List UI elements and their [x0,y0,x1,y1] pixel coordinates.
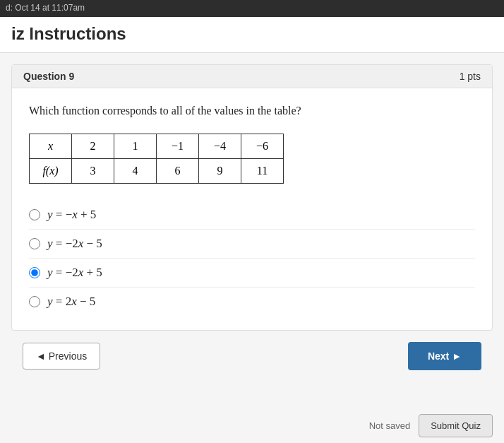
option-label-3: y = −2x + 5 [47,266,102,280]
table-cell-fx2: 4 [114,159,157,184]
question-pts: 1 pts [460,71,481,82]
table-cell-x3: −1 [157,134,199,159]
option-item-1: y = −x + 5 [29,201,475,230]
option-radio-4[interactable] [29,296,40,307]
top-bar: d: Oct 14 at 11:07am [0,0,504,17]
submit-quiz-button[interactable]: Submit Quiz [419,414,493,437]
question-number: Question 9 [23,71,74,82]
main-content: Question 9 1 pts Which function correspo… [0,53,504,382]
option-label-2: y = −2x − 5 [47,237,102,251]
option-item-3: y = −2x + 5 [29,259,475,288]
table-cell-x1: 2 [72,134,114,159]
top-bar-text: d: Oct 14 at 11:07am [6,3,85,13]
table-cell-fx: f(x) [30,159,72,184]
table-container: x 2 1 −1 −4 −6 f(x) 3 4 6 9 11 [29,134,475,184]
not-saved-text: Not saved [369,420,411,431]
page-title: iz Instructions [11,24,493,44]
table-cell-fx3: 6 [157,159,199,184]
next-button[interactable]: Next ► [408,342,481,370]
table-cell-x5: −6 [241,134,284,159]
bottom-bar: Not saved Submit Quiz [358,408,504,443]
table-cell-x: x [30,134,72,159]
table-cell-fx4: 9 [199,159,241,184]
question-card: Question 9 1 pts Which function correspo… [11,64,493,331]
option-item-4: y = 2x − 5 [29,288,475,316]
option-radio-3[interactable] [29,267,40,278]
table-row-header: x 2 1 −1 −4 −6 [30,134,284,159]
option-radio-1[interactable] [29,209,40,220]
table-row-fx: f(x) 3 4 6 9 11 [30,159,284,184]
option-label-4: y = 2x − 5 [47,295,95,309]
table-cell-x4: −4 [199,134,241,159]
page-header: iz Instructions [0,17,504,53]
question-text: Which function corresponds to all of the… [29,102,475,119]
values-table: x 2 1 −1 −4 −6 f(x) 3 4 6 9 11 [29,134,284,184]
option-radio-2[interactable] [29,238,40,249]
option-item-2: y = −2x − 5 [29,230,475,259]
previous-button[interactable]: ◄ Previous [23,343,100,370]
question-header: Question 9 1 pts [12,65,492,88]
table-cell-x2: 1 [114,134,157,159]
navigation-bar: ◄ Previous Next ► [11,342,493,370]
question-body: Which function corresponds to all of the… [12,88,492,330]
options-list: y = −x + 5 y = −2x − 5 y = −2x + 5 y = 2… [29,201,475,316]
option-label-1: y = −x + 5 [47,208,96,222]
table-cell-fx1: 3 [72,159,114,184]
table-cell-fx5: 11 [241,159,284,184]
